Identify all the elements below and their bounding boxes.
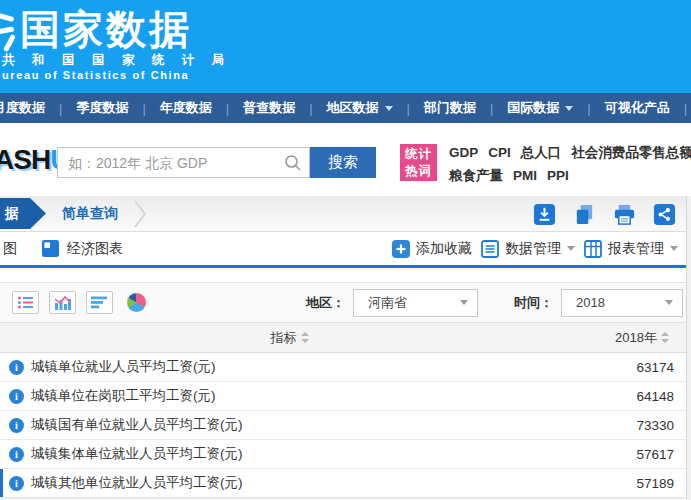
nav-label: 年度数据: [160, 99, 212, 117]
nav-label: 可视化产品: [605, 99, 670, 117]
hot-word-link[interactable]: 总人口: [521, 143, 562, 163]
nav-item-census[interactable]: 普查数据: [219, 99, 302, 117]
hot-words-list: GDP CPI 总人口 社会消费品零售总额 粮食产量 PMI PPI: [449, 143, 691, 186]
grid-chart-icon[interactable]: [42, 240, 59, 257]
hot-word-link[interactable]: 粮食产量: [449, 166, 503, 186]
chevron-down-icon: [385, 106, 393, 111]
info-icon[interactable]: [9, 389, 24, 404]
logo-text-dark: ASH: [0, 144, 50, 175]
table-row[interactable]: 城镇其他单位就业人员平均工资(元) 57189: [0, 469, 686, 498]
search-input[interactable]: [58, 148, 309, 177]
nav-label: 国际数据: [507, 99, 559, 117]
search-button[interactable]: 搜索: [310, 147, 376, 178]
hot-words-badge: 统计 热词: [400, 144, 437, 181]
site-banner: 国家数据 共 和 国 国 家 统 计 局 ureau of Statistics…: [0, 0, 691, 93]
add-favorite-label: 添加收藏: [416, 240, 472, 258]
table-header: 指标 2018年: [0, 322, 686, 353]
nav-item-monthly[interactable]: 月度数据: [0, 99, 52, 117]
table-icon: [584, 240, 602, 258]
report-management-menu[interactable]: 报表管理: [584, 240, 678, 258]
nav-item-international[interactable]: 国际数据: [483, 99, 580, 117]
value-cell: 73330: [636, 418, 686, 433]
info-icon[interactable]: [9, 360, 24, 375]
hbar-chart-icon[interactable]: [86, 291, 113, 314]
nav-label: 普查数据: [243, 99, 295, 117]
value-cell: 63174: [636, 360, 686, 375]
view-tab-economic-charts[interactable]: 经济图表: [67, 240, 123, 258]
time-label: 时间：: [514, 294, 553, 312]
nav-label: 地区数据: [327, 99, 379, 117]
indicator-cell: 城镇单位就业人员平均工资(元): [31, 358, 216, 376]
data-management-label: 数据管理: [505, 240, 561, 258]
chevron-down-icon: [567, 246, 575, 251]
hot-word-link[interactable]: CPI: [488, 143, 511, 163]
chevron-down-icon: [565, 106, 573, 111]
pie-chart-icon[interactable]: [123, 291, 150, 314]
search-icon: [283, 153, 303, 173]
page: 国家数据 共 和 国 国 家 统 计 局 ureau of Statistics…: [0, 0, 691, 500]
time-select[interactable]: 2018: [561, 289, 683, 317]
filter-bar: 地区： 河南省 时间： 2018: [0, 282, 686, 322]
site-subtitle-en: ureau of Statistics of China: [2, 69, 189, 81]
view-tabs: 图 经济图表 添加收藏 数据管理 报表管理: [0, 232, 686, 268]
region-select[interactable]: 河南省: [353, 289, 478, 317]
year-column-header: 2018年: [580, 329, 686, 347]
table-row[interactable]: 城镇国有单位就业人员平均工资(元) 73330: [0, 411, 686, 440]
document-list-icon: [481, 240, 499, 258]
nav-item-annual[interactable]: 年度数据: [135, 99, 218, 117]
view-tab-partial[interactable]: 图: [3, 240, 17, 258]
hot-word-link[interactable]: PPI: [547, 166, 569, 186]
sort-icon[interactable]: [301, 332, 310, 343]
combo-chart-icon[interactable]: [49, 291, 76, 314]
table-row[interactable]: 城镇单位在岗职工平均工资(元) 64148: [0, 382, 686, 411]
hot-badge-line2: 热词: [405, 163, 432, 180]
filter-selects: 地区： 河南省 时间： 2018: [306, 289, 683, 317]
sort-icon[interactable]: [661, 332, 670, 343]
nav-label: 月度数据: [0, 99, 45, 117]
hot-word-link[interactable]: 社会消费品零售总额: [571, 143, 691, 163]
search-section: ASHU 搜索 统计 热词 GDP CPI 总人口 社会消费品零售总额 粮食产量…: [0, 123, 691, 196]
nav-label: 季度数据: [76, 99, 128, 117]
copy-icon[interactable]: [573, 203, 596, 226]
info-icon[interactable]: [9, 476, 24, 491]
indicator-cell: 城镇国有单位就业人员平均工资(元): [31, 416, 243, 434]
chevron-down-icon: [665, 300, 673, 305]
table-row[interactable]: 城镇集体单位就业人员平均工资(元) 57617: [0, 440, 686, 469]
indicator-column-header: 指标: [0, 329, 580, 347]
breadcrumb: 据 简单查询: [0, 196, 686, 232]
table-row[interactable]: 城镇单位就业人员平均工资(元) 63174: [0, 353, 686, 382]
data-management-menu[interactable]: 数据管理: [481, 240, 575, 258]
info-icon[interactable]: [9, 447, 24, 462]
download-icon[interactable]: [533, 203, 556, 226]
nav-item-visualization[interactable]: 可视化产品: [580, 99, 676, 117]
share-icon[interactable]: [653, 203, 676, 226]
site-title: 国家数据: [20, 2, 192, 57]
breadcrumb-tab-simple-query[interactable]: 简单查询: [62, 205, 118, 223]
indicator-cell: 城镇单位在岗职工平均工资(元): [31, 387, 216, 405]
report-management-label: 报表管理: [608, 240, 664, 258]
breadcrumb-tab-label: 据: [5, 205, 19, 223]
hot-word-link[interactable]: PMI: [513, 166, 537, 186]
search-box: [57, 147, 310, 178]
list-view-icon[interactable]: [12, 291, 39, 314]
region-value: 河南省: [368, 294, 407, 312]
breadcrumb-tab-data[interactable]: 据: [0, 198, 46, 229]
plus-icon: [392, 240, 410, 258]
nav-item-quarterly[interactable]: 季度数据: [52, 99, 135, 117]
hot-word-link[interactable]: GDP: [449, 143, 478, 163]
nav-item-departmental[interactable]: 部门数据: [400, 99, 483, 117]
nav-item-publications[interactable]: 出版物: [677, 99, 691, 117]
value-cell: 64148: [636, 389, 686, 404]
print-icon[interactable]: [613, 203, 636, 226]
nav-item-regional[interactable]: 地区数据: [302, 99, 399, 117]
view-tabs-actions: 添加收藏 数据管理 报表管理: [392, 240, 678, 258]
add-favorite-button[interactable]: 添加收藏: [392, 240, 472, 258]
chevron-right-icon: [132, 199, 148, 229]
value-cell: 57189: [636, 476, 686, 491]
site-subtitle-cn: 共 和 国 国 家 统 计 局: [2, 52, 231, 69]
indicator-cell: 城镇集体单位就业人员平均工资(元): [31, 445, 243, 463]
value-cell: 57617: [636, 447, 686, 462]
nav-label: 部门数据: [424, 99, 476, 117]
info-icon[interactable]: [9, 418, 24, 433]
time-value: 2018: [576, 295, 605, 310]
